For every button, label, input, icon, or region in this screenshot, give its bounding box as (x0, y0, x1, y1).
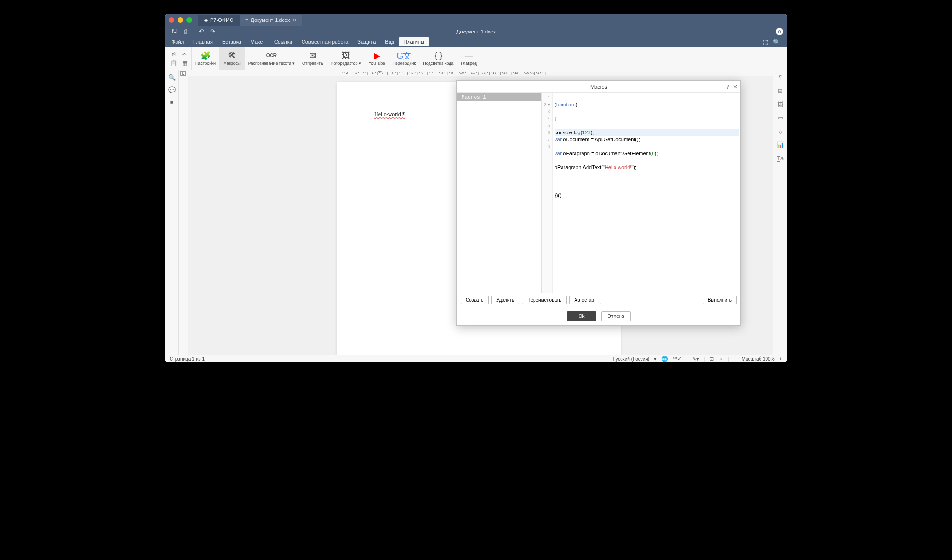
left-sidebar: 🔍 💬 ≡ (165, 70, 179, 355)
ruler-ticks: · · 2 · |· 1 · | · · | · 1 · | · 2 · | ·… (342, 71, 546, 75)
menu-view[interactable]: Вид (380, 37, 399, 46)
main-area: 🔍 💬 ≡ L · · 2 · |· 1 · | · · | · 1 · | ·… (165, 70, 787, 355)
app-tab[interactable]: ◈ Р7-ОФИС (198, 15, 240, 26)
paragraph-settings-icon[interactable]: ¶ (779, 74, 782, 81)
code-content[interactable]: (function() { console.log(123); var oDoc… (553, 93, 740, 293)
headings-icon[interactable]: ≡ (170, 99, 174, 106)
ribbon-clipboard-group: ⎘ ✂ 📋 ▦ (167, 47, 192, 70)
ocr-icon: OCR (266, 51, 277, 60)
dialog-help-icon[interactable]: ? (726, 84, 729, 90)
paste-icon[interactable]: 📋 (170, 59, 177, 67)
zoom-in-icon[interactable]: + (780, 356, 782, 362)
document-tab[interactable]: ≡ Документ 1.docx ✕ (240, 15, 302, 26)
globe-icon[interactable]: 🌐 (661, 356, 668, 362)
macro-list-item[interactable]: Macros 1 (457, 93, 541, 101)
menu-references[interactable]: Ссылки (270, 37, 297, 46)
indent-marker-icon[interactable] (378, 71, 382, 75)
right-sidebar: ¶ ⊞ 🖼 ▭ ◇ 📊 T̲a (773, 70, 787, 355)
create-button[interactable]: Создать (461, 296, 489, 304)
chart-settings-icon[interactable]: 📊 (777, 141, 784, 148)
ribbon-highlight[interactable]: { } Подсветка кода (419, 47, 457, 70)
doc-icon: ≡ (245, 17, 248, 23)
ok-button[interactable]: Ok (567, 311, 596, 321)
spellcheck-icon[interactable]: ᴬᴮ✓ (673, 356, 681, 362)
delete-button[interactable]: Удалить (491, 296, 519, 304)
comments-icon[interactable]: 💬 (168, 86, 176, 93)
fit-page-icon[interactable]: ⊡ (709, 356, 714, 362)
line-gutter: 1 2 ▾ 3 4 5 6 7 8 (542, 93, 553, 293)
ribbon-translator[interactable]: G文 Переводчик (389, 47, 419, 70)
find-icon[interactable]: 🔍 (168, 74, 176, 81)
ribbon-plugins-group: 🧩 Настройки 🛠 Макросы OCR Распознавание … (192, 47, 481, 70)
page-indicator[interactable]: Страница 1 из 1 (170, 356, 205, 362)
language-label[interactable]: Русский (Россия) (613, 356, 649, 362)
chevron-down-icon[interactable]: ▾ (654, 356, 657, 362)
ribbon-settings-label: Настройки (195, 61, 216, 66)
menu-home[interactable]: Главная (189, 37, 218, 46)
dialog-action-bar: Создать Удалить Переименовать Автостарт … (457, 293, 740, 307)
fit-width-icon[interactable]: ↔ (718, 356, 723, 362)
document-canvas: · · 2 · |· 1 · | · · | · 1 · | · 2 · | ·… (188, 70, 773, 355)
trackchanges-icon[interactable]: ✎▾ (692, 356, 699, 362)
run-button[interactable]: Выполнить (703, 296, 737, 304)
minimize-window-icon[interactable] (178, 17, 183, 23)
copy-icon[interactable]: ⎘ (170, 50, 177, 58)
cut-icon[interactable]: ✂ (181, 50, 188, 58)
status-bar: Страница 1 из 1 Русский (Россия) ▾ 🌐 ᴬᴮ✓… (165, 355, 787, 362)
ribbon-photoeditor-label: Фоторедактор ▾ (331, 61, 361, 66)
code-line: var oParagraph = oDocument.GetElement(0)… (555, 150, 739, 157)
user-avatar-icon[interactable]: О (776, 28, 783, 35)
menu-collaboration[interactable]: Совместная работа (297, 37, 353, 46)
menu-file[interactable]: Файл (167, 37, 189, 46)
maximize-window-icon[interactable] (186, 17, 192, 23)
print-icon[interactable]: ⎙ (180, 28, 191, 35)
ribbon-macros[interactable]: 🛠 Макросы (219, 47, 245, 70)
header-settings-icon[interactable]: ▭ (778, 114, 783, 121)
menu-insert[interactable]: Вставка (218, 37, 246, 46)
cancel-button[interactable]: Отмена (601, 311, 631, 321)
close-tab-icon[interactable]: ✕ (292, 17, 297, 23)
menu-plugins[interactable]: Плагины (399, 37, 429, 46)
table-settings-icon[interactable]: ⊞ (778, 87, 783, 94)
ribbon-send[interactable]: ✉ Отправить (298, 47, 327, 70)
dialog-close-icon[interactable]: ✕ (733, 83, 738, 90)
shape-settings-icon[interactable]: ◇ (778, 128, 783, 135)
zoom-label[interactable]: Масштаб 100% (741, 356, 774, 362)
ribbon-ocr[interactable]: OCR Распознавание текста ▾ (245, 47, 298, 70)
ribbon-photoeditor[interactable]: 🖼 Фоторедактор ▾ (327, 47, 365, 70)
image-settings-icon[interactable]: 🖼 (777, 101, 783, 108)
code-editor[interactable]: 1 2 ▾ 3 4 5 6 7 8 (function() { console.… (542, 93, 740, 293)
dialog-title-label: Macros (590, 84, 607, 90)
search-icon[interactable]: 🔍 (773, 39, 780, 46)
ribbon-youtube[interactable]: ▶ YouTube (365, 47, 389, 70)
titlebar: ◈ Р7-ОФИС ≡ Документ 1.docx ✕ (165, 14, 787, 26)
ribbon-glavred[interactable]: — Главред (457, 47, 481, 70)
ribbon-settings[interactable]: 🧩 Настройки (192, 47, 219, 70)
braces-icon: { } (434, 51, 442, 60)
open-location-icon[interactable]: ⬚ (763, 39, 768, 46)
horizontal-ruler[interactable]: · · 2 · |· 1 · | · · | · 1 · | · 2 · | ·… (188, 70, 773, 76)
menu-layout[interactable]: Макет (246, 37, 270, 46)
undo-icon[interactable]: ↶ (196, 28, 207, 35)
menu-bar: Файл Главная Вставка Макет Ссылки Совмес… (165, 37, 787, 47)
ribbon-youtube-label: YouTube (369, 61, 385, 66)
translate-icon: G文 (397, 51, 411, 60)
close-window-icon[interactable] (169, 17, 174, 23)
quick-access-bar: 🖫 ⎙ ↶ ↷ Документ 1.docx О (165, 26, 787, 37)
puzzle-icon: 🧩 (200, 51, 211, 60)
save-icon[interactable]: 🖫 (169, 28, 180, 35)
textart-settings-icon[interactable]: T̲a (777, 155, 784, 162)
tab-selector-icon[interactable]: L (180, 71, 186, 76)
autostart-button[interactable]: Автостарт (569, 296, 602, 304)
zoom-out-icon[interactable]: − (734, 356, 737, 362)
window-controls (169, 17, 192, 23)
rename-button[interactable]: Переименовать (522, 296, 566, 304)
ribbon-translator-label: Переводчик (392, 61, 416, 66)
ribbon: ⎘ ✂ 📋 ▦ 🧩 Настройки 🛠 Макросы OCR Распоз… (165, 47, 787, 70)
document-title: Документ 1.docx (456, 29, 496, 34)
menu-protection[interactable]: Защита (353, 37, 380, 46)
dialog-body: Macros 1 1 2 ▾ 3 4 5 6 7 8 (457, 93, 740, 293)
redo-icon[interactable]: ↷ (207, 28, 218, 35)
document-text[interactable]: Hello·world!¶ (374, 111, 405, 118)
select-all-icon[interactable]: ▦ (181, 59, 188, 67)
